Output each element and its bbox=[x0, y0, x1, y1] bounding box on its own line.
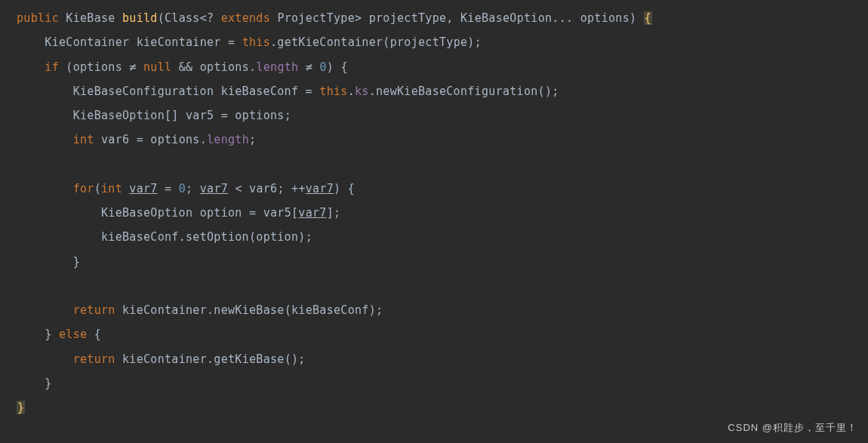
var-var7: var7 bbox=[298, 206, 326, 220]
brace: } bbox=[45, 328, 51, 341]
method-setoption: setOption bbox=[186, 230, 249, 244]
brace: { bbox=[340, 60, 347, 74]
var-options: options bbox=[200, 60, 249, 74]
inc: ++ bbox=[291, 182, 306, 195]
keyword-int: int bbox=[73, 133, 94, 146]
type-kiecontainer: KieContainer bbox=[45, 35, 129, 49]
dot: . bbox=[270, 35, 277, 49]
code-line-1: public KieBase build(Class<? extends Pro… bbox=[17, 6, 851, 30]
brace: } bbox=[73, 255, 80, 269]
keyword-else: else bbox=[59, 328, 87, 341]
code-line-5: KieBaseOption[] var5 = options; bbox=[17, 103, 851, 128]
prop-length: length bbox=[207, 133, 249, 146]
var-kiecontainer: kieContainer bbox=[122, 352, 207, 366]
var-var6: var6 bbox=[249, 182, 277, 195]
paren: ) bbox=[629, 11, 636, 25]
code-line-13: return kieContainer.newKieBase(kieBaseCo… bbox=[17, 298, 851, 322]
type-kiebaseoption-arr: KieBaseOption[] bbox=[73, 109, 179, 122]
param-options: options bbox=[580, 11, 629, 25]
varargs: ... bbox=[552, 11, 573, 25]
method-newkiebaseconf: newKieBaseConfiguration bbox=[376, 85, 538, 98]
prop-length: length bbox=[256, 60, 298, 74]
arg-option: option bbox=[256, 230, 298, 244]
var-kiebaseconf: kieBaseConf bbox=[101, 230, 179, 244]
and: && bbox=[179, 60, 193, 74]
brace: } bbox=[45, 377, 51, 390]
watermark-text: CSDN @积跬步，至千里！ bbox=[728, 417, 857, 438]
keyword-return: return bbox=[73, 352, 115, 366]
eq: = bbox=[228, 35, 235, 49]
brace-highlight: } bbox=[17, 401, 25, 414]
code-line-10: kieBaseConf.setOption(option); bbox=[17, 225, 851, 249]
type-kiebaseoption: KieBaseOption bbox=[101, 206, 192, 220]
code-line-4: KieBaseConfiguration kieBaseConf = this.… bbox=[17, 79, 851, 103]
type-kiebaseconf: KieBaseConfiguration bbox=[73, 85, 214, 98]
eq: = bbox=[306, 85, 312, 98]
var-option: option bbox=[200, 206, 242, 220]
var-var7: var7 bbox=[200, 182, 228, 195]
eq: = bbox=[249, 206, 256, 220]
neq: ≠ bbox=[306, 60, 312, 74]
keyword-extends: extends bbox=[221, 11, 270, 25]
keyword-if: if bbox=[45, 60, 59, 74]
var-options: options bbox=[73, 60, 122, 74]
field-ks: ks bbox=[355, 85, 369, 98]
var-var7: var7 bbox=[306, 182, 334, 195]
brace: { bbox=[94, 328, 101, 341]
type-class: Class bbox=[165, 11, 200, 25]
keyword-int: int bbox=[101, 182, 122, 195]
var-var6: var6 bbox=[101, 133, 129, 146]
brace-highlight: { bbox=[644, 11, 652, 25]
method-build: build bbox=[122, 11, 158, 25]
code-line-7 bbox=[17, 152, 851, 177]
type-kiebaseoption: KieBaseOption bbox=[460, 11, 552, 25]
code-line-14: } else { bbox=[17, 322, 851, 346]
paren: ( bbox=[158, 11, 165, 25]
type-projecttype: ProjectType bbox=[277, 11, 355, 25]
comma: , bbox=[446, 11, 453, 25]
type-kiebase: KieBase bbox=[66, 11, 115, 25]
code-line-11: } bbox=[17, 250, 851, 274]
brace: { bbox=[348, 182, 355, 195]
code-line-15: return kieContainer.getKieBase(); bbox=[17, 347, 851, 371]
keyword-for: for bbox=[73, 182, 94, 195]
var-var5: var5 bbox=[263, 206, 291, 220]
rhs-options: options bbox=[150, 133, 199, 146]
code-line-3: if (options ≠ null && options.length ≠ 0… bbox=[17, 55, 851, 79]
var-kiebaseconf: kieBaseConf bbox=[221, 85, 299, 98]
eq: = bbox=[221, 109, 228, 122]
lt: < bbox=[235, 182, 242, 195]
code-line-12 bbox=[17, 274, 851, 298]
var-kiecontainer: kieContainer bbox=[137, 35, 221, 49]
angle: > bbox=[355, 11, 362, 25]
keyword-public: public bbox=[17, 11, 59, 25]
keyword-return: return bbox=[73, 303, 115, 317]
code-line-6: int var6 = options.length; bbox=[17, 128, 851, 152]
eq: = bbox=[165, 182, 171, 195]
num-zero: 0 bbox=[319, 60, 326, 74]
code-line-9: KieBaseOption option = var5[var7]; bbox=[17, 201, 851, 225]
method-newkiebase: newKieBase bbox=[214, 303, 284, 317]
method-getkiebase: getKieBase bbox=[214, 352, 284, 366]
num-zero: 0 bbox=[179, 182, 186, 195]
qmark: ? bbox=[207, 11, 214, 25]
keyword-this: this bbox=[319, 85, 347, 98]
var-var5: var5 bbox=[186, 109, 214, 122]
code-line-8: for(int var7 = 0; var7 < var6; ++var7) { bbox=[17, 177, 851, 201]
code-editor[interactable]: public KieBase build(Class<? extends Pro… bbox=[17, 6, 851, 420]
code-line-17: } bbox=[17, 395, 851, 420]
angle: < bbox=[200, 11, 207, 25]
keyword-this: this bbox=[242, 35, 270, 49]
rhs-options: options bbox=[235, 109, 284, 122]
var-var7: var7 bbox=[129, 182, 157, 195]
param-projecttype: projectType bbox=[369, 11, 447, 25]
keyword-null: null bbox=[143, 60, 171, 74]
code-line-16: } bbox=[17, 371, 851, 395]
var-kiecontainer: kieContainer bbox=[122, 303, 207, 317]
arg-projecttype: projectType bbox=[390, 35, 468, 49]
neq: ≠ bbox=[129, 60, 136, 74]
arg-kiebaseconf: kieBaseConf bbox=[291, 303, 369, 317]
code-line-2: KieContainer kieContainer = this.getKieC… bbox=[17, 30, 851, 54]
method-getkiecontainer: getKieContainer bbox=[277, 35, 383, 49]
eq: = bbox=[137, 133, 143, 146]
